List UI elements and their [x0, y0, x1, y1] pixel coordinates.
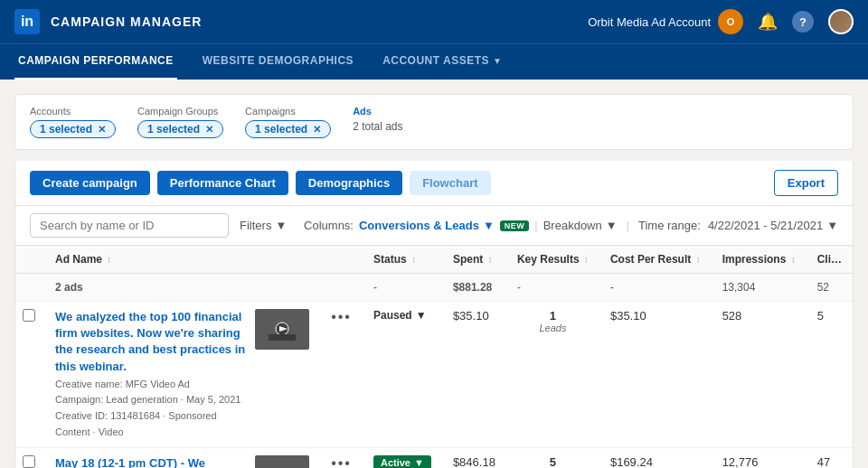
col-spent[interactable]: Spent ↕ [442, 246, 506, 274]
status-sort-icon: ↕ [411, 255, 416, 265]
impressions-sort-icon: ↕ [791, 255, 796, 265]
row1-more-options[interactable]: ••• [320, 302, 363, 448]
col-key-results[interactable]: Key Results ↕ [506, 246, 599, 274]
accounts-filter-label: Accounts [30, 106, 116, 117]
row1-status-badge[interactable]: Paused ▼ [373, 309, 431, 322]
row2-status-badge[interactable]: Active ▼ [373, 455, 431, 468]
row1-ad-name-cell: We analyzed the top 100 financial firm w… [44, 302, 320, 448]
row2-ad-title[interactable]: May 18 (12-1 pm CDT) - We analyzed the t… [55, 455, 246, 468]
row1-ad-thumbnail [255, 309, 309, 350]
new-badge: NEW [500, 220, 530, 231]
table-controls: Filters ▼ Columns: Conversions & Leads ▼… [15, 206, 853, 246]
campaign-groups-close-icon[interactable]: ✕ [205, 124, 213, 136]
ads-table: Ad Name ↕ Status ↕ Spent ↕ Key Results ↕… [15, 246, 853, 468]
select-all-header [15, 246, 44, 274]
time-range[interactable]: Time range: 4/22/2021 - 5/21/2021 ▼ [638, 219, 838, 232]
col-actions [320, 246, 363, 274]
filter-bar: Accounts 1 selected ✕ Campaign Groups 1 … [14, 94, 854, 150]
row2-ad-thumbnail [255, 455, 309, 468]
row1-ad-text: We analyzed the top 100 financial firm w… [55, 309, 246, 440]
accounts-filter: Accounts 1 selected ✕ [30, 106, 116, 138]
row2-status-dropdown-icon: ▼ [414, 457, 424, 468]
row2-key-results: 5 Leads [506, 448, 599, 468]
subnav-campaign-performance[interactable]: CAMPAIGN PERFORMANCE [14, 44, 177, 80]
campaign-groups-tag[interactable]: 1 selected ✕ [137, 120, 223, 138]
row2-more-options[interactable]: ••• [320, 448, 363, 468]
export-button[interactable]: Export [774, 170, 838, 196]
summary-cpr: - [599, 274, 712, 302]
create-campaign-button[interactable]: Create campaign [30, 171, 150, 195]
row1-status-dropdown-icon: ▼ [416, 309, 427, 322]
row2-ad-text: May 18 (12-1 pm CDT) - We analyzed the t… [55, 455, 246, 468]
row2-ad-name-content: May 18 (12-1 pm CDT) - We analyzed the t… [55, 455, 309, 468]
filters-button[interactable]: Filters ▼ [240, 219, 287, 232]
row2-cpr: $169.24 [599, 448, 712, 468]
col-impressions[interactable]: Impressions ↕ [712, 246, 807, 274]
row2-checkbox[interactable] [23, 455, 35, 468]
ad-name-sort-icon: ↕ [107, 255, 111, 265]
columns-breakdown: | [534, 219, 537, 232]
row1-checkbox-cell [15, 302, 44, 448]
table-row: We analyzed the top 100 financial firm w… [15, 302, 853, 448]
row2-more-options-icon[interactable]: ••• [331, 455, 352, 468]
row1-ad-title[interactable]: We analyzed the top 100 financial firm w… [55, 309, 246, 375]
summary-actions [320, 274, 363, 302]
linkedin-logo: in [14, 9, 40, 34]
summary-label: 2 ads [44, 274, 320, 302]
search-input[interactable] [30, 213, 229, 238]
svg-rect-3 [269, 334, 296, 341]
nav-left: in CAMPAIGN MANAGER [14, 9, 202, 34]
summary-clicks: 52 [807, 274, 853, 302]
campaigns-label: Campaigns [245, 106, 331, 117]
subnav-website-demographics[interactable]: WEBSITE DEMOGRAPHICS [199, 44, 357, 80]
row1-cpr: $35.10 [599, 302, 712, 448]
campaigns-filter: Campaigns 1 selected ✕ [245, 106, 331, 138]
summary-row: 2 ads - $881.28 - - 13,304 52 [15, 274, 853, 302]
key-results-sort-icon: ↕ [584, 255, 589, 265]
campaign-groups-label: Campaign Groups [137, 106, 223, 117]
main-content: Accounts 1 selected ✕ Campaign Groups 1 … [0, 80, 868, 468]
nav-right: Orbit Media Ad Account O 🔔 ? [588, 9, 854, 34]
bell-icon[interactable]: 🔔 [758, 12, 778, 32]
performance-chart-button[interactable]: Performance Chart [157, 171, 288, 195]
col-ad-name[interactable]: Ad Name ↕ [44, 246, 320, 274]
accounts-close-icon[interactable]: ✕ [98, 124, 106, 136]
table-row: May 18 (12-1 pm CDT) - We analyzed the t… [15, 448, 853, 468]
row1-spent: $35.10 [442, 302, 506, 448]
col-status[interactable]: Status ↕ [363, 246, 442, 274]
row2-impressions: 12,776 [712, 448, 807, 468]
row1-ad-name-content: We analyzed the top 100 financial firm w… [55, 309, 309, 440]
row2-clicks: 47 [807, 448, 853, 468]
row2-status: Active ▼ [363, 448, 442, 468]
user-avatar[interactable] [828, 9, 854, 34]
row2-checkbox-cell [15, 448, 44, 468]
ads-filter: Ads 2 total ads [353, 106, 402, 138]
columns-dropdown[interactable]: Conversions & Leads ▼ [359, 219, 495, 232]
flowchart-button[interactable]: Flowchart [410, 171, 490, 195]
columns-section: Columns: Conversions & Leads ▼ NEW | Bre… [304, 219, 838, 232]
account-assets-dropdown-icon: ▼ [493, 56, 502, 66]
filters-dropdown-icon: ▼ [275, 219, 287, 232]
account-icon: O [718, 9, 743, 34]
subnav-account-assets[interactable]: ACCOUNT ASSETS ▼ [379, 44, 505, 80]
row2-ad-name-cell: May 18 (12-1 pm CDT) - We analyzed the t… [44, 448, 320, 468]
video-play-icon [269, 318, 296, 341]
campaigns-close-icon[interactable]: ✕ [313, 124, 321, 136]
columns-sep2: | [627, 219, 629, 232]
accounts-filter-tag[interactable]: 1 selected ✕ [30, 120, 116, 138]
campaigns-tag[interactable]: 1 selected ✕ [245, 120, 331, 138]
time-range-dropdown-icon: ▼ [826, 219, 838, 232]
row1-checkbox[interactable] [23, 309, 35, 322]
row1-more-options-icon[interactable]: ••• [331, 309, 352, 324]
action-bar: Create campaign Performance Chart Demogr… [14, 161, 854, 206]
summary-checkbox-cell [15, 274, 44, 302]
breakdown-button[interactable]: Breakdown ▼ [543, 219, 618, 232]
help-icon[interactable]: ? [792, 11, 814, 33]
campaign-groups-filter: Campaign Groups 1 selected ✕ [137, 106, 223, 138]
svg-rect-4 [269, 464, 296, 468]
summary-key-results: - [506, 274, 599, 302]
col-cost-per-result[interactable]: Cost Per Result ↕ [599, 246, 712, 274]
col-clicks: Cli… [807, 246, 853, 274]
sub-nav: CAMPAIGN PERFORMANCE WEBSITE DEMOGRAPHIC… [0, 43, 868, 80]
demographics-button[interactable]: Demographics [296, 171, 402, 195]
